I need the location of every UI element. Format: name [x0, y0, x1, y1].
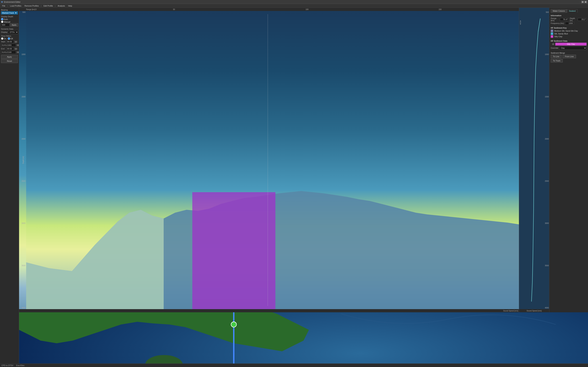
- dynamic-data-section: Dynamic Data Display DTSV: [1, 28, 18, 34]
- main-chart-svg: [26, 11, 519, 309]
- hf-key-title: HF Sediment Key: [551, 27, 587, 29]
- freq-info-row: Frequency [Hz] 1000: [551, 22, 587, 25]
- depth-label-500: 500: [19, 11, 26, 13]
- main-chart-bottom-label: Sound Speed [m/s]: [19, 309, 519, 312]
- auto-radio-label[interactable]: Auto: [1, 18, 8, 20]
- range-axis: Range [km] 0 50 100 150: [19, 8, 519, 11]
- information-section: Information Range [km] 76.47 Depth [m] 3…: [551, 15, 587, 25]
- bearing-section: Bearing Marked Track ▼: [1, 9, 18, 15]
- dynamic-display-row: Display DTSV: [1, 30, 18, 34]
- sediment-merge-title: Sediment Merge: [551, 52, 587, 54]
- time-on-off-row: On Off: [1, 37, 18, 40]
- tab-water-column[interactable]: Water Column: [551, 9, 567, 13]
- hf-swatch-2: [551, 35, 553, 38]
- end-time-up[interactable]: ▲: [15, 48, 17, 50]
- range-key: Range [km]: [551, 17, 559, 22]
- start-date-row: ▼: [1, 44, 18, 47]
- sb-depth-1000: 1000: [544, 53, 549, 55]
- end-date-down[interactable]: ▼: [17, 51, 19, 53]
- freq-value: 1000: [565, 22, 574, 25]
- range-value: 76.47: [560, 18, 569, 21]
- time-filters-section: Time Filters On Off Start ▲ ▼: [1, 35, 18, 63]
- depth-apply-button[interactable]: Apply: [10, 23, 18, 26]
- hf-sediment-data-title: HF Sediment Data: [551, 40, 587, 42]
- hf-swatch-1: [551, 33, 553, 35]
- display-depth-label: Display Depth: [1, 16, 18, 18]
- app-icon: W: [1, 1, 3, 3]
- time-on-radio[interactable]: [1, 37, 3, 40]
- start-date-input[interactable]: [1, 44, 16, 47]
- window-controls: ◀ ▶: [581, 1, 587, 3]
- end-time-row: End ▲: [1, 47, 18, 50]
- display-label: Display: [1, 31, 8, 33]
- right-panel: Water Column Seabed Information Range [k…: [549, 8, 588, 312]
- time-off-radio[interactable]: [8, 37, 10, 40]
- depth-input[interactable]: [1, 23, 9, 26]
- sb-depth-500: 500: [544, 11, 549, 13]
- from-line-button[interactable]: From Line: [562, 55, 576, 58]
- manual-radio-label[interactable]: Manual: [1, 21, 10, 23]
- menu-help[interactable]: Help: [67, 4, 73, 7]
- manual-radio[interactable]: [1, 21, 3, 23]
- time-on-label[interactable]: On: [1, 37, 6, 40]
- sediment-merge-section: Sediment Merge To Line From Line To Trac…: [551, 52, 587, 62]
- menubar: File | Load Profiles Remove Profiles | E…: [0, 4, 588, 8]
- start-date-down[interactable]: ▼: [17, 44, 19, 46]
- time-apply-button[interactable]: Apply: [1, 55, 18, 59]
- depth-value: 3517: [578, 18, 587, 21]
- depth-key: Depth [m]: [570, 17, 577, 22]
- info-title: Information: [551, 15, 587, 17]
- depth-label-1500: 1500: [19, 96, 26, 98]
- sb-depth-4000: 4000: [544, 307, 549, 309]
- range-tick-3: 150: [439, 8, 441, 10]
- depth-label-2000: 2000: [19, 138, 26, 140]
- time-off-label[interactable]: Off: [8, 37, 13, 40]
- menu-analysis[interactable]: Analysis: [56, 4, 66, 7]
- sb-depth-2000: 2000: [544, 138, 549, 140]
- main-area: Bearing Marked Track ▼ Display Depth Aut…: [0, 8, 588, 363]
- start-time-row: Start ▲: [1, 40, 18, 43]
- tab-seabed[interactable]: Seabed: [567, 9, 578, 13]
- menu-file[interactable]: File: [1, 4, 7, 7]
- minimize-button[interactable]: ◀: [581, 1, 584, 3]
- svg-point-12: [231, 322, 236, 327]
- time-reset-button[interactable]: Reset: [1, 59, 18, 63]
- main-chart[interactable]: Range [km] 0 50 100 150 500 1000 1500 20: [19, 8, 519, 312]
- seabed-bottom-label: Sound Speed [m/s]: [519, 309, 549, 312]
- titlebar: W Environment Editor ◀ ▶: [0, 0, 588, 4]
- app-title: Environment Editor: [4, 1, 20, 3]
- start-time-up[interactable]: ▲: [15, 41, 17, 43]
- depth-label-2500: 2500: [19, 180, 26, 182]
- hf-sediment-key-section: HF Sediment Key Medium Silt, Sand-Silt-C…: [551, 27, 587, 38]
- menu-edit-profile[interactable]: Edit Profile: [42, 4, 54, 7]
- hf-key-row-2: Silty Clay: [551, 35, 587, 38]
- sb-depth-2500: 2500: [544, 180, 549, 182]
- override-dropdown[interactable]: ClaySiltSand: [559, 46, 587, 50]
- svg-text:0: 0: [520, 19, 521, 26]
- override-row: Override ClaySiltSand: [551, 46, 587, 50]
- map-canvas[interactable]: ⊕: [19, 312, 588, 363]
- hf-key-row-1: Silt, Sandy Mud: [551, 33, 587, 35]
- start-time-input[interactable]: [6, 40, 14, 43]
- title-left: W Environment Editor: [1, 1, 20, 3]
- auto-radio[interactable]: [1, 18, 3, 20]
- menu-load-profiles[interactable]: Load Profiles: [9, 4, 23, 7]
- to-line-button[interactable]: To Line: [551, 55, 562, 58]
- start-label: Start: [1, 41, 6, 43]
- maximize-button[interactable]: ▶: [584, 1, 587, 3]
- svg-rect-3: [192, 192, 275, 309]
- end-date-input[interactable]: [1, 51, 16, 54]
- dynamic-dropdown[interactable]: DTSV: [8, 30, 18, 34]
- end-date-row: ▼: [1, 51, 18, 54]
- menu-remove-profiles[interactable]: Remove Profiles: [23, 4, 40, 7]
- depth-label-4000: 4000: [19, 307, 26, 309]
- to-track-button[interactable]: To Track: [551, 59, 563, 62]
- panel-tabs: Water Column Seabed: [551, 9, 587, 13]
- override-label: Override: [551, 47, 558, 49]
- end-label: End: [1, 48, 6, 50]
- bottom-bar: CPD to DTSV Eva 6Sec: [0, 363, 588, 367]
- bearing-dropdown[interactable]: Marked Track ▼: [1, 11, 18, 15]
- sediment-number: 22: [551, 43, 554, 45]
- end-time-input[interactable]: [6, 47, 14, 50]
- hf-swatch-0: [551, 30, 553, 32]
